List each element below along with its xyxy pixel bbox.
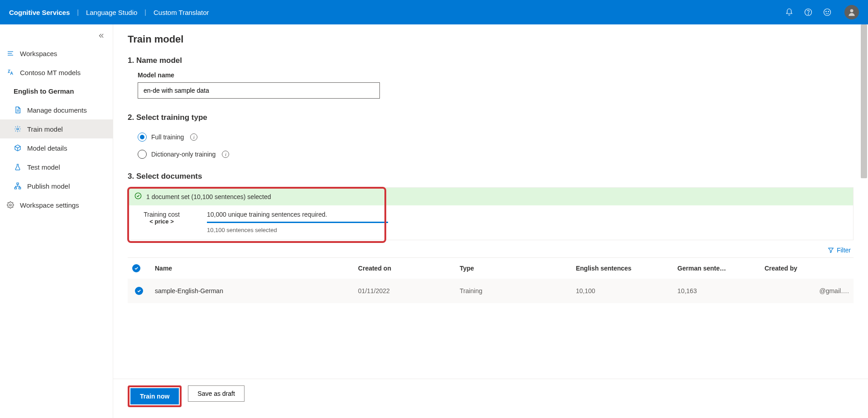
- svg-rect-12: [17, 183, 19, 184]
- svg-rect-13: [14, 187, 16, 189]
- step-1-title: 1. Name model: [128, 56, 854, 65]
- filter-row: Filter: [128, 240, 854, 257]
- radio-dictionary-training[interactable]: Dictionary-only training i: [128, 146, 854, 163]
- check-circle-icon: [132, 264, 140, 272]
- svg-point-4: [828, 11, 829, 12]
- scrollbar-thumb[interactable]: [861, 24, 867, 178]
- cube-icon: [14, 144, 22, 152]
- sidebar-item-project[interactable]: English to German: [0, 82, 113, 100]
- sidebar-item-workspace-settings[interactable]: Workspace settings: [0, 195, 113, 214]
- train-now-button[interactable]: Train now: [130, 388, 179, 404]
- progress-bar: [207, 222, 388, 223]
- training-cost: Training cost < price >: [134, 211, 189, 233]
- page-title: Train model: [128, 33, 854, 45]
- language-icon: [6, 68, 14, 76]
- radio-full-training[interactable]: Full training i: [128, 128, 854, 146]
- sidebar-item-label: English to German: [14, 87, 74, 95]
- sidebar-item-workspaces[interactable]: Workspaces: [0, 44, 113, 63]
- sidebar-item-label: Publish model: [27, 182, 70, 190]
- app-header: Cognitive Services | Language Studio | C…: [0, 0, 868, 24]
- cell-en-sent: 10,100: [571, 279, 673, 303]
- svg-point-11: [17, 128, 19, 130]
- svg-point-3: [826, 11, 827, 12]
- cell-created-by: @gmail….: [760, 279, 854, 303]
- brand-link[interactable]: Cognitive Services: [9, 9, 77, 16]
- crumb-custom-translator[interactable]: Custom Translator: [146, 9, 216, 16]
- sidebar-item-models[interactable]: Contoso MT models: [0, 63, 113, 82]
- checkmark-icon: [134, 192, 142, 201]
- info-icon[interactable]: i: [222, 151, 229, 158]
- svg-point-5: [850, 9, 854, 12]
- network-icon: [14, 182, 22, 190]
- sidebar-item-model-details[interactable]: Model details: [0, 138, 113, 157]
- col-created-on[interactable]: Created on: [354, 258, 455, 279]
- cell-type: Training: [455, 279, 571, 303]
- model-name-label: Model name: [128, 71, 854, 79]
- flask-icon: [14, 163, 22, 171]
- cost-value: < price >: [149, 218, 173, 225]
- sidebar-item-label: Train model: [27, 125, 63, 133]
- selection-banner: 1 document set (10,100 sentences) select…: [128, 188, 853, 205]
- table-row[interactable]: sample-English-German 01/11/2022 Trainin…: [128, 279, 854, 303]
- svg-rect-14: [19, 187, 21, 189]
- workspaces-icon: [6, 49, 14, 57]
- collapse-sidebar-button[interactable]: [90, 29, 113, 44]
- notifications-icon[interactable]: [785, 8, 794, 17]
- svg-point-1: [808, 14, 808, 14]
- cell-created-on: 01/11/2022: [354, 279, 455, 303]
- save-as-draft-button[interactable]: Save as draft: [188, 385, 245, 402]
- col-type[interactable]: Type: [455, 258, 571, 279]
- model-name-input[interactable]: [138, 82, 380, 99]
- sidebar-item-label: Contoso MT models: [20, 69, 81, 76]
- document-icon: [14, 106, 22, 114]
- step-3-title: 3. Select documents: [128, 172, 854, 181]
- breadcrumb: Cognitive Services | Language Studio | C…: [9, 9, 216, 16]
- selection-summary-text: 1 document set (10,100 sentences) select…: [146, 193, 271, 200]
- col-created-by[interactable]: Created by: [760, 258, 854, 279]
- radio-icon: [138, 133, 147, 142]
- col-name[interactable]: Name: [150, 258, 354, 279]
- svg-point-2: [824, 9, 831, 16]
- gear-icon: [14, 125, 22, 133]
- sidebar-item-publish-model[interactable]: Publish model: [0, 176, 113, 195]
- radio-label: Full training: [151, 133, 184, 141]
- footer-actions: Train now Save as draft: [113, 379, 868, 418]
- filter-label: Filter: [837, 247, 851, 254]
- col-english-sentences[interactable]: English sentences: [571, 258, 673, 279]
- settings-icon: [6, 201, 14, 209]
- radio-label: Dictionary-only training: [151, 151, 216, 158]
- radio-icon: [138, 150, 147, 159]
- selection-summary-box: 1 document set (10,100 sentences) select…: [128, 187, 854, 240]
- documents-table: Name Created on Type English sentences G…: [128, 257, 854, 303]
- sidebar-item-label: Workspace settings: [20, 201, 79, 209]
- step-2-title: 2. Select training type: [128, 113, 854, 122]
- select-all-checkbox[interactable]: [128, 258, 150, 279]
- cost-label: Training cost: [144, 211, 180, 218]
- col-german-sentences[interactable]: German sente…: [673, 258, 760, 279]
- help-icon[interactable]: [804, 8, 813, 17]
- feedback-icon[interactable]: [823, 8, 832, 17]
- avatar[interactable]: [844, 5, 859, 19]
- filter-icon: [828, 247, 834, 253]
- svg-point-15: [10, 204, 11, 206]
- sidebar-item-label: Workspaces: [20, 50, 57, 57]
- info-icon[interactable]: i: [190, 133, 197, 141]
- sidebar-item-label: Model details: [27, 144, 67, 152]
- cell-de-sent: 10,163: [673, 279, 760, 303]
- header-actions: [785, 5, 859, 19]
- crumb-language-studio[interactable]: Language Studio: [79, 9, 144, 16]
- requirement-text: 10,000 unique training sentences require…: [207, 211, 388, 218]
- sidebar-item-train-model[interactable]: Train model: [0, 119, 113, 138]
- sidebar-item-manage-documents[interactable]: Manage documents: [0, 100, 113, 119]
- sidebar-item-label: Manage documents: [27, 106, 87, 114]
- cell-name: sample-English-German: [150, 279, 354, 303]
- check-circle-icon: [135, 287, 143, 295]
- row-checkbox[interactable]: [128, 279, 150, 303]
- progress-block: 10,000 unique training sentences require…: [207, 211, 388, 233]
- sidebar-item-test-model[interactable]: Test model: [0, 157, 113, 176]
- sidebar: Workspaces Contoso MT models English to …: [0, 24, 113, 418]
- table-header-row: Name Created on Type English sentences G…: [128, 258, 854, 279]
- svg-point-16: [135, 193, 141, 199]
- filter-button[interactable]: Filter: [828, 247, 851, 254]
- sidebar-item-label: Test model: [27, 163, 60, 171]
